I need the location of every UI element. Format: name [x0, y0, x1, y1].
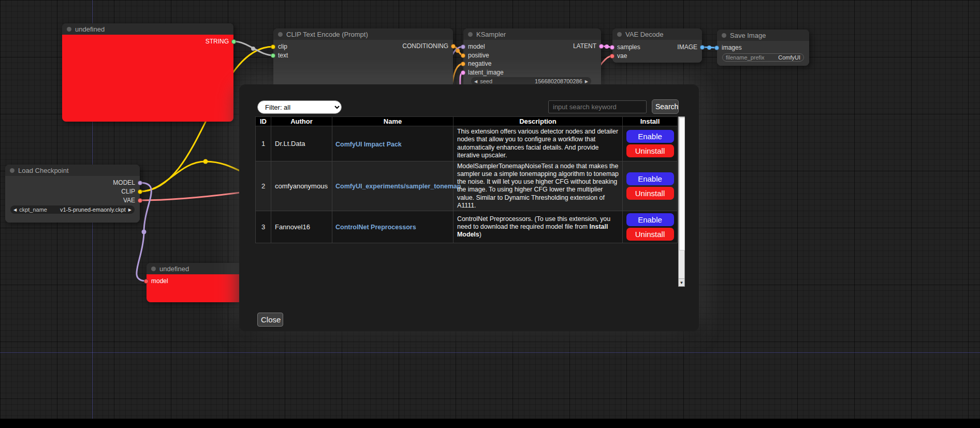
- widget-value: v1-5-pruned-emaonly.ckpt: [60, 206, 126, 213]
- input-slot-dot[interactable]: [461, 70, 465, 75]
- output-slot-image[interactable]: IMAGE: [677, 43, 705, 51]
- input-slot-dot[interactable]: [610, 45, 615, 50]
- widget-label: seed: [480, 78, 492, 84]
- input-slot-dot[interactable]: [271, 45, 275, 49]
- node-titlebar[interactable]: Save Image: [717, 29, 809, 41]
- collapse-dot-icon[interactable]: [617, 32, 622, 37]
- col-header-author: Author: [271, 117, 332, 126]
- description-tail: ): [479, 231, 481, 238]
- link-midpoint-dot: [456, 49, 460, 53]
- filename-prefix-widget[interactable]: filename_prefix ComfyUI: [722, 53, 804, 62]
- input-slot-dot[interactable]: [271, 53, 275, 58]
- node-canvas[interactable]: undefined STRING CLIP Text Encode (Promp…: [0, 0, 980, 423]
- input-slot-images[interactable]: images: [714, 43, 742, 52]
- output-slot-clip[interactable]: CLIP: [121, 187, 142, 196]
- output-slot-dot[interactable]: [700, 45, 705, 50]
- canvas-axis-horizontal: [0, 352, 980, 353]
- node-titlebar[interactable]: undefined: [147, 263, 242, 274]
- input-slot-positive[interactable]: positive: [461, 51, 489, 60]
- collapse-dot-icon[interactable]: [468, 32, 473, 37]
- input-slot-model[interactable]: model: [461, 42, 485, 51]
- extension-link[interactable]: ControlNet Preprocessors: [335, 224, 416, 231]
- node-undefined-top[interactable]: undefined STRING: [62, 23, 233, 122]
- node-titlebar[interactable]: VAE Decode: [612, 28, 702, 40]
- input-slot-dot[interactable]: [461, 62, 465, 66]
- output-slot-conditioning[interactable]: CONDITIONING: [402, 42, 456, 50]
- cell-install: Enable Uninstall: [623, 126, 678, 161]
- input-slot-samples[interactable]: samples: [610, 43, 640, 51]
- collapse-dot-icon[interactable]: [151, 267, 156, 271]
- input-slot-dot[interactable]: [610, 54, 615, 58]
- input-slot-text[interactable]: text: [271, 51, 288, 60]
- node-title: Save Image: [730, 32, 766, 39]
- cell-author: Dr.Lt.Data: [271, 126, 332, 161]
- next-arrow-icon[interactable]: ▶: [128, 208, 131, 212]
- output-slot-dot[interactable]: [138, 198, 142, 203]
- output-slot-dot[interactable]: [231, 39, 236, 44]
- increment-arrow-icon[interactable]: ▶: [585, 79, 588, 84]
- scrollbar-thumb[interactable]: [679, 117, 685, 250]
- input-slot-negative[interactable]: negative: [461, 60, 491, 68]
- input-slot-model[interactable]: model: [144, 277, 168, 285]
- widget-label: filename_prefix: [726, 54, 765, 61]
- scroll-down-arrow-icon: ▼: [680, 281, 684, 285]
- node-titlebar[interactable]: KSampler: [463, 28, 601, 40]
- bottom-edge-bar: [0, 419, 980, 423]
- output-slot-dot[interactable]: [138, 181, 142, 185]
- cell-description: ModelSamplerTonemapNoiseTest a node that…: [454, 161, 623, 211]
- search-input[interactable]: [548, 100, 647, 113]
- cell-author: comfyanonymous: [271, 161, 332, 211]
- wire-string-to-text: [233, 41, 273, 55]
- uninstall-button[interactable]: Uninstall: [626, 144, 674, 157]
- scrollbar-down-button[interactable]: ▼: [679, 278, 684, 286]
- output-slot-dot[interactable]: [599, 44, 604, 49]
- input-slot-dot[interactable]: [144, 279, 149, 284]
- table-row: 1 Dr.Lt.Data ComfyUI Impact Pack This ex…: [256, 126, 678, 161]
- table-row: 3 Fannovel16 ControlNet Preprocessors Co…: [256, 211, 678, 243]
- decrement-arrow-icon[interactable]: ◀: [474, 79, 477, 84]
- collapse-dot-icon[interactable]: [10, 168, 14, 173]
- input-slot-latent-image[interactable]: latent_image: [461, 68, 504, 77]
- close-button[interactable]: Close: [257, 313, 283, 327]
- cell-id: 1: [256, 126, 271, 161]
- input-slot-dot[interactable]: [461, 45, 465, 49]
- output-slot-vae[interactable]: VAE: [123, 196, 142, 204]
- node-titlebar[interactable]: undefined: [62, 23, 233, 35]
- node-title: undefined: [75, 25, 105, 33]
- collapse-dot-icon[interactable]: [722, 33, 726, 38]
- cell-name: ControlNet Preprocessors: [332, 211, 454, 243]
- output-slot-latent[interactable]: LATENT: [573, 42, 604, 50]
- table-scrollbar[interactable]: ▼: [678, 116, 685, 287]
- filter-select[interactable]: Filter: all: [257, 100, 342, 114]
- enable-button[interactable]: Enable: [626, 213, 674, 226]
- output-slot-dot[interactable]: [451, 44, 456, 49]
- node-titlebar[interactable]: CLIP Text Encode (Prompt): [273, 28, 453, 40]
- previous-arrow-icon[interactable]: ◀: [13, 208, 17, 212]
- collapse-dot-icon[interactable]: [67, 27, 71, 32]
- node-load-checkpoint[interactable]: Load Checkpoint MODEL CLIP VAE ◀ ckpt_na…: [5, 165, 140, 223]
- output-slot-dot[interactable]: [138, 189, 142, 194]
- output-slot-model[interactable]: MODEL: [113, 179, 142, 187]
- enable-button[interactable]: Enable: [626, 130, 674, 143]
- uninstall-button[interactable]: Uninstall: [626, 228, 674, 241]
- extension-link[interactable]: ComfyUI Impact Pack: [335, 141, 402, 148]
- link-midpoint-dot: [605, 45, 609, 49]
- input-slot-clip[interactable]: clip: [271, 42, 287, 51]
- input-slot-label: positive: [468, 52, 489, 59]
- input-slot-dot[interactable]: [714, 46, 719, 50]
- node-undefined-bottom[interactable]: undefined model: [147, 263, 242, 302]
- node-vae-decode[interactable]: VAE Decode samples vae IMAGE: [612, 28, 702, 63]
- node-title: VAE Decode: [625, 31, 663, 38]
- output-slot-label: MODEL: [113, 179, 135, 186]
- collapse-dot-icon[interactable]: [278, 32, 283, 37]
- input-slot-dot[interactable]: [461, 53, 465, 58]
- extension-link[interactable]: ComfyUI_experiments/sampler_tonemap: [335, 183, 461, 190]
- node-save-image[interactable]: Save Image images filename_prefix ComfyU…: [717, 29, 809, 66]
- output-slot-string[interactable]: STRING: [206, 37, 236, 46]
- input-slot-vae[interactable]: vae: [610, 52, 627, 60]
- uninstall-button[interactable]: Uninstall: [626, 187, 674, 200]
- node-titlebar[interactable]: Load Checkpoint: [5, 165, 140, 176]
- ckpt-name-widget[interactable]: ◀ ckpt_name v1-5-pruned-emaonly.ckpt ▶: [10, 205, 135, 214]
- search-button[interactable]: Search: [652, 99, 679, 114]
- enable-button[interactable]: Enable: [626, 172, 674, 185]
